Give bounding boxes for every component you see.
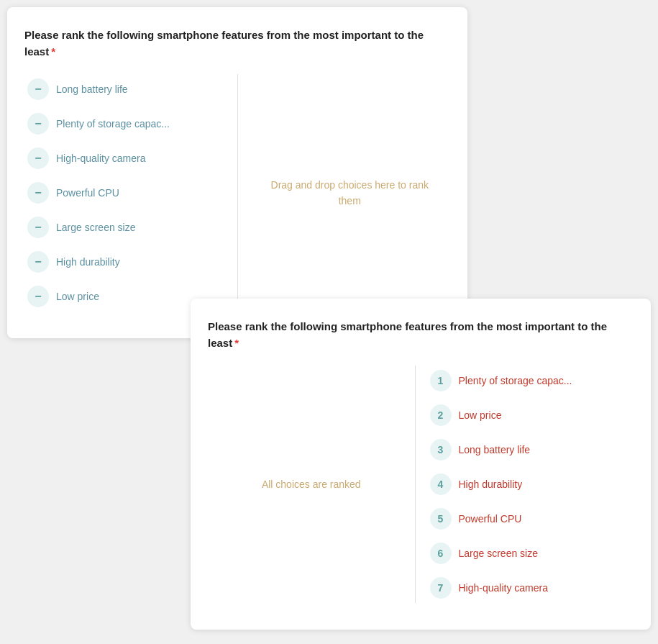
rank-number: 2 bbox=[430, 404, 452, 426]
ranked-label: Large screen size bbox=[459, 548, 539, 559]
top-drag-placeholder: Drag and drop choices here to rank them bbox=[250, 148, 451, 238]
choice-badge: − bbox=[27, 148, 49, 169]
top-card: Please rank the following smartphone fea… bbox=[7, 7, 467, 338]
bottom-ranked-panel: 1 Plenty of storage capac... 2 Low price… bbox=[416, 366, 634, 603]
choice-label: Large screen size bbox=[56, 222, 136, 233]
top-rank-layout: − Long battery life − Plenty of storage … bbox=[24, 74, 450, 312]
top-question: Please rank the following smartphone fea… bbox=[24, 27, 450, 60]
ranked-item[interactable]: 2 Low price bbox=[427, 400, 634, 430]
choice-item[interactable]: − Powerful CPU bbox=[24, 178, 226, 208]
bottom-question: Please rank the following smartphone fea… bbox=[208, 319, 634, 351]
choice-item[interactable]: − Long battery life bbox=[24, 74, 226, 104]
rank-number: 6 bbox=[430, 543, 452, 564]
choice-label: High-quality camera bbox=[56, 153, 146, 164]
choice-label: Powerful CPU bbox=[56, 187, 119, 199]
choice-item[interactable]: − High durability bbox=[24, 247, 226, 277]
choice-label: High durability bbox=[56, 256, 120, 268]
top-question-text: Please rank the following smartphone fea… bbox=[24, 29, 424, 58]
ranked-label: Low price bbox=[459, 409, 502, 421]
choice-badge: − bbox=[27, 182, 49, 204]
bottom-card: Please rank the following smartphone fea… bbox=[191, 299, 651, 630]
rank-number: 4 bbox=[430, 473, 452, 495]
choice-item[interactable]: − Large screen size bbox=[24, 212, 226, 242]
choice-badge: − bbox=[27, 251, 49, 273]
bottom-all-ranked-placeholder: All choices are ranked bbox=[247, 450, 375, 519]
ranked-label: Powerful CPU bbox=[459, 513, 522, 525]
choice-item[interactable]: − High-quality camera bbox=[24, 143, 226, 173]
top-choices-panel: − Long battery life − Plenty of storage … bbox=[24, 74, 238, 312]
ranked-label: High durability bbox=[459, 479, 523, 490]
ranked-item[interactable]: 7 High-quality camera bbox=[427, 573, 634, 603]
top-required-star: * bbox=[51, 45, 55, 58]
ranked-label: Long battery life bbox=[459, 444, 531, 455]
choice-label: Plenty of storage capac... bbox=[56, 118, 170, 130]
top-ranked-panel: Drag and drop choices here to rank them bbox=[238, 74, 451, 312]
ranked-item[interactable]: 6 Large screen size bbox=[427, 538, 634, 568]
bottom-question-text: Please rank the following smartphone fea… bbox=[208, 320, 607, 349]
ranked-item[interactable]: 4 High durability bbox=[427, 469, 634, 499]
choice-badge: − bbox=[27, 113, 49, 135]
bottom-ranked-list: 1 Plenty of storage capac... 2 Low price… bbox=[427, 366, 634, 603]
ranked-label: Plenty of storage capac... bbox=[459, 375, 572, 386]
choice-item[interactable]: − Plenty of storage capac... bbox=[24, 109, 226, 139]
bottom-required-star: * bbox=[234, 337, 239, 349]
choice-badge: − bbox=[27, 217, 49, 238]
ranked-label: High-quality camera bbox=[459, 582, 549, 594]
choice-label: Low price bbox=[56, 291, 99, 302]
ranked-item[interactable]: 5 Powerful CPU bbox=[427, 504, 634, 534]
rank-number: 5 bbox=[430, 508, 452, 530]
choice-label: Long battery life bbox=[56, 83, 128, 95]
rank-number: 1 bbox=[430, 370, 452, 391]
ranked-item[interactable]: 1 Plenty of storage capac... bbox=[427, 366, 634, 396]
rank-number: 7 bbox=[430, 577, 452, 599]
choice-badge: − bbox=[27, 78, 49, 100]
ranked-item[interactable]: 3 Long battery life bbox=[427, 435, 634, 465]
choice-badge: − bbox=[27, 286, 49, 307]
bottom-left-panel: All choices are ranked bbox=[208, 366, 416, 603]
bottom-rank-layout: All choices are ranked 1 Plenty of stora… bbox=[208, 366, 634, 603]
rank-number: 3 bbox=[430, 439, 452, 461]
